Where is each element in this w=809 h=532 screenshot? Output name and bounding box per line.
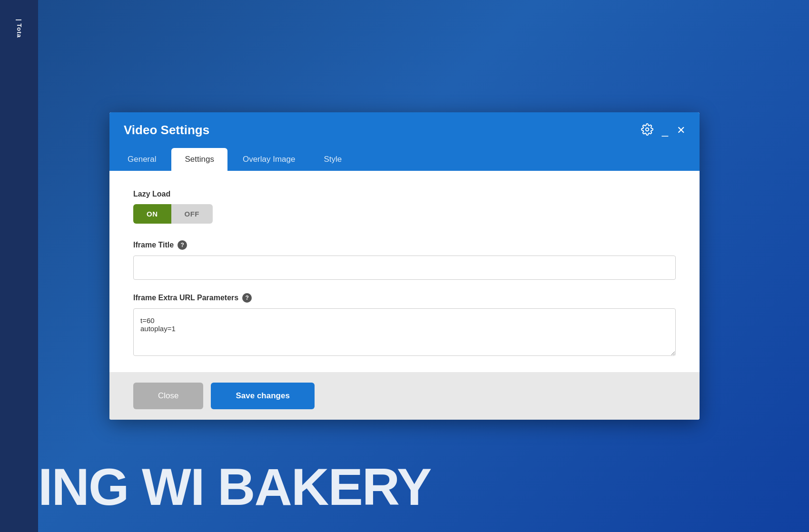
header-controls: _ ✕ xyxy=(641,123,685,138)
lazy-load-label: Lazy Load xyxy=(133,190,676,198)
dialog-title: Video Settings xyxy=(124,123,209,138)
dialog-footer: Close Save changes xyxy=(109,372,700,420)
iframe-extra-url-help-icon[interactable]: ? xyxy=(242,293,252,303)
minimize-icon[interactable]: _ xyxy=(662,125,668,136)
iframe-title-input[interactable] xyxy=(133,256,676,280)
iframe-extra-url-label: Iframe Extra URL Parameters ? xyxy=(133,293,676,303)
iframe-extra-url-textarea[interactable] xyxy=(133,308,676,356)
tab-overlay-image[interactable]: Overlay Image xyxy=(229,148,309,171)
video-settings-dialog: Video Settings _ ✕ General Settings Over… xyxy=(109,112,700,420)
lazy-load-toggle: ON OFF xyxy=(133,204,676,224)
dialog-tabs: General Settings Overlay Image Style xyxy=(109,148,700,171)
iframe-title-label: Iframe Title ? xyxy=(133,240,676,250)
close-icon[interactable]: ✕ xyxy=(677,125,685,136)
close-button[interactable]: Close xyxy=(133,383,203,409)
dialog-overlay: Video Settings _ ✕ General Settings Over… xyxy=(0,0,809,532)
svg-point-0 xyxy=(645,128,649,131)
toggle-off-button[interactable]: OFF xyxy=(171,204,213,224)
tab-general[interactable]: General xyxy=(114,148,169,171)
dialog-header: Video Settings _ ✕ xyxy=(109,112,700,148)
toggle-on-button[interactable]: ON xyxy=(133,204,171,224)
dialog-body: Lazy Load ON OFF Iframe Title ? Iframe E… xyxy=(109,171,700,372)
tab-settings[interactable]: Settings xyxy=(171,148,227,171)
iframe-title-help-icon[interactable]: ? xyxy=(178,240,187,250)
gear-icon[interactable] xyxy=(641,123,653,138)
save-changes-button[interactable]: Save changes xyxy=(211,383,314,409)
tab-style[interactable]: Style xyxy=(310,148,355,171)
